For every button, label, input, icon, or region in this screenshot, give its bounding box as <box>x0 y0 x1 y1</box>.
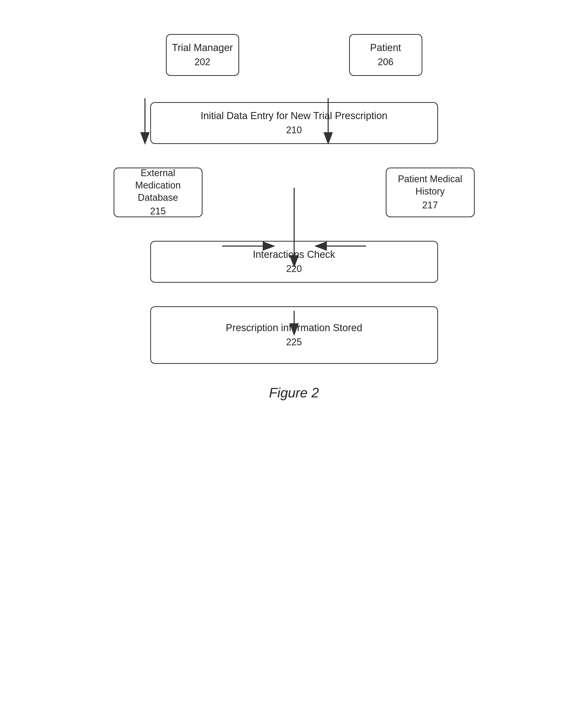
trial-manager-label: Trial Manager <box>172 41 233 54</box>
middle-left-container: External Medication Database 215 <box>113 167 239 217</box>
patient-history-label: Patient Medical History <box>392 173 469 198</box>
interactions-check-box: Interactions Check 220 <box>150 241 438 283</box>
initial-data-number: 210 <box>286 124 302 136</box>
interactions-check-number: 220 <box>286 263 302 275</box>
prescription-stored-row: Prescription information Stored 225 <box>59 306 530 364</box>
prescription-stored-number: 225 <box>286 336 302 348</box>
patient-label: Patient <box>370 41 401 54</box>
top-row: Trial Manager 202 Patient 206 <box>59 34 530 76</box>
initial-data-entry-box: Initial Data Entry for New Trial Prescri… <box>150 102 438 144</box>
prescription-stored-box: Prescription information Stored 225 <box>150 306 438 364</box>
patient-number: 206 <box>378 56 393 68</box>
interactions-check-label: Interactions Check <box>253 248 335 261</box>
patient-box: Patient 206 <box>349 34 422 76</box>
prescription-stored-label: Prescription information Stored <box>226 322 362 334</box>
initial-data-row: Initial Data Entry for New Trial Prescri… <box>59 102 530 144</box>
trial-manager-box: Trial Manager 202 <box>166 34 239 76</box>
patient-history-number: 217 <box>422 199 438 211</box>
patient-medical-history-box: Patient Medical History 217 <box>386 167 475 217</box>
trial-manager-number: 202 <box>194 56 210 68</box>
initial-data-label: Initial Data Entry for New Trial Prescri… <box>201 109 387 122</box>
middle-right-container: Patient Medical History 217 <box>349 167 475 217</box>
external-db-label: External Medication Database <box>120 167 196 204</box>
figure-caption: Figure 2 <box>269 385 319 401</box>
external-db-number: 215 <box>150 205 166 218</box>
external-medication-db-box: External Medication Database 215 <box>113 167 203 217</box>
interactions-check-row: Interactions Check 220 <box>59 241 530 283</box>
diagram-container: Trial Manager 202 Patient 206 Initial Da… <box>59 18 530 699</box>
middle-row: External Medication Database 215 Patient… <box>59 167 530 217</box>
